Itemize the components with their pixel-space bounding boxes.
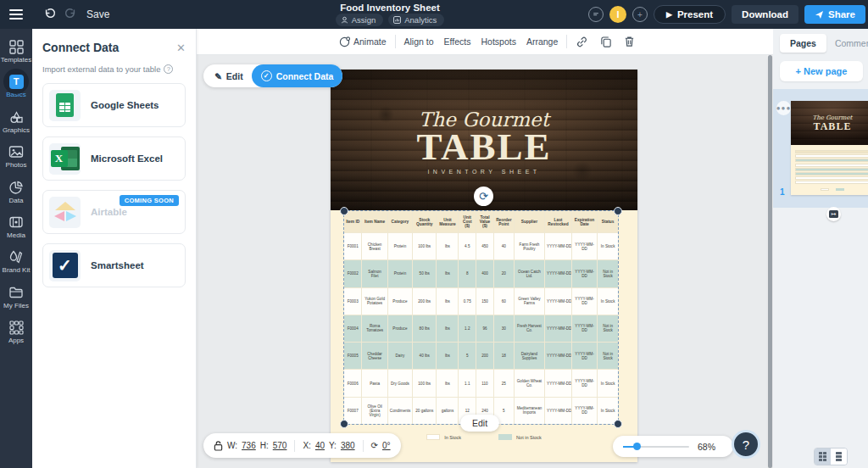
page-options-icon[interactable]: ●●● (776, 101, 791, 115)
table-row[interactable]: F0002Salmon FiletProtein50 lbslbs840020O… (344, 260, 619, 287)
canvas-scrollbar[interactable] (767, 55, 773, 468)
tab-pages[interactable]: Pages (780, 34, 826, 53)
close-icon[interactable]: ✕ (176, 42, 186, 54)
link-icon[interactable] (576, 36, 588, 48)
list-view-icon[interactable] (831, 448, 847, 465)
left-sidebar: Templates T Basics Graphics Photos Data … (0, 29, 32, 468)
pencil-icon: ✎ (214, 71, 222, 81)
person-icon (341, 16, 348, 24)
edit-mode-button[interactable]: ✎ Edit (203, 71, 252, 81)
column-header: Expiration Date (571, 211, 597, 233)
sidebar-item-brand-kit[interactable]: Brand Kit (0, 244, 32, 279)
rotation-value[interactable]: 0° (382, 441, 391, 450)
zoom-slider[interactable] (623, 446, 689, 448)
width-value[interactable]: 736 (242, 441, 256, 450)
table-row[interactable]: F0004Roma TomatoesProduce80 lbslbs1.2963… (344, 315, 619, 342)
help-button[interactable]: ? (732, 430, 760, 459)
media-icon (8, 214, 25, 231)
column-header: Status (598, 211, 619, 233)
grid-view-icon[interactable] (815, 448, 831, 465)
source-smartsheet[interactable]: ✓ Smartsheet (42, 243, 186, 287)
rotate-icon: ⟳ (371, 441, 378, 450)
table-header-row: Item IDItem NameCategoryStock QuantityUn… (344, 211, 619, 233)
thumbnail-legend (791, 188, 868, 191)
undo-icon[interactable] (44, 8, 56, 22)
arrange-button[interactable]: Arrange (526, 36, 558, 47)
not-in-stock-swatch (498, 434, 512, 440)
table-row[interactable]: F0006PastaDry Goods100 lbslbs1.111025Gol… (344, 370, 619, 397)
help-tooltip-icon[interactable]: ? (164, 64, 173, 74)
airtable-icon (49, 197, 81, 228)
share-icon (815, 10, 824, 20)
insert-page-button[interactable]: ↦ (826, 207, 841, 221)
data-icon (8, 179, 25, 196)
source-google-sheets[interactable]: Google Sheets (42, 83, 186, 127)
table-row[interactable]: F0003Yukon Gold PotatoesProduce200 lbslb… (344, 287, 619, 315)
save-button[interactable]: Save (86, 8, 109, 20)
menu-icon[interactable] (0, 0, 32, 29)
page-thumbnail[interactable]: The Gourmet TABLE (791, 101, 868, 195)
add-collaborator-icon[interactable]: + (632, 7, 648, 22)
x-value[interactable]: 40 (315, 441, 325, 450)
coming-soon-badge: COMING SOON (120, 195, 179, 206)
design-page[interactable]: The Gourmet TABLE INVENTORY SHEET Item I… (331, 70, 637, 462)
photos-icon (8, 143, 25, 160)
check-icon: ✓ (261, 70, 272, 81)
height-value[interactable]: 570 (273, 441, 287, 450)
zoom-percent: 68% (698, 442, 715, 452)
animate-icon (339, 36, 350, 47)
sidebar-item-graphics[interactable]: Graphics (0, 104, 32, 139)
page-thumbnail-section: ●●● The Gourmet TABLE 1 (773, 89, 868, 208)
redo-icon[interactable] (64, 8, 76, 22)
hotspots-button[interactable]: Hotspots (481, 36, 515, 47)
sidebar-item-my-files[interactable]: My Files (0, 280, 32, 315)
duplicate-icon[interactable] (600, 36, 612, 47)
delete-icon[interactable] (624, 36, 635, 47)
brand-kit-icon (8, 248, 25, 265)
table-row[interactable]: F0001Chicken BreastProtein100 lbslbs4.54… (344, 233, 619, 260)
pages-panel: Pages Comments + New page ●●● The Gourme… (773, 29, 868, 468)
panel-subtitle: Import external data to your table (42, 64, 160, 74)
sidebar-item-apps[interactable]: Apps (0, 315, 32, 349)
canvas-area[interactable]: The Gourmet TABLE INVENTORY SHEET Item I… (197, 55, 767, 468)
column-header: Item ID (344, 211, 362, 233)
column-header: Unit Measure (437, 211, 459, 233)
sidebar-item-basics[interactable]: T Basics (0, 69, 32, 103)
document-title[interactable]: Food Inventory Sheet (340, 3, 440, 13)
avatar[interactable]: I (609, 6, 626, 23)
share-button[interactable]: Share (804, 5, 865, 24)
rotate-handle-icon[interactable]: ⟳ (474, 187, 493, 206)
in-stock-swatch (426, 434, 440, 440)
animate-button[interactable]: Animate (339, 36, 387, 47)
connect-data-mode-button[interactable]: ✓ Connect Data (252, 64, 343, 87)
folder-icon (8, 284, 25, 301)
column-header: Supplier (514, 211, 544, 233)
sidebar-item-data[interactable]: Data (0, 175, 32, 209)
effects-button[interactable]: Effects (444, 36, 471, 47)
zoom-control: 68% (613, 436, 733, 457)
table-row[interactable]: F0005Cheddar CheeseDairy40 lbslbs520018D… (344, 343, 619, 370)
comments-icon[interactable] (588, 7, 604, 22)
sidebar-item-media[interactable]: Media (0, 209, 32, 244)
analytics-button[interactable]: Analytics (388, 14, 444, 26)
present-button[interactable]: ▶ Present (654, 5, 726, 24)
download-button[interactable]: Download (732, 5, 798, 24)
assign-button[interactable]: Assign (336, 14, 384, 26)
source-microsoft-excel[interactable]: X Microsoft Excel (42, 136, 186, 181)
sidebar-item-photos[interactable]: Photos (0, 139, 32, 174)
table-edit-button[interactable]: Edit (460, 415, 499, 432)
align-to-button[interactable]: Align to (404, 36, 434, 47)
panel-title: Connect Data (42, 41, 119, 54)
top-bar: Save Food Inventory Sheet Assign Analyti… (0, 0, 868, 29)
microsoft-excel-icon: X (49, 143, 81, 175)
tab-comments[interactable]: Comments (830, 34, 868, 53)
source-airtable: COMING SOON Airtable (42, 190, 186, 234)
inventory-table[interactable]: Item IDItem NameCategoryStock QuantityUn… (343, 210, 619, 425)
view-toggle (814, 448, 848, 465)
sidebar-item-templates[interactable]: Templates (0, 34, 32, 69)
new-page-button[interactable]: + New page (780, 61, 863, 81)
lock-icon[interactable] (214, 440, 223, 451)
y-value[interactable]: 380 (341, 441, 355, 450)
templates-icon (8, 38, 25, 55)
zoom-slider-thumb[interactable] (633, 443, 641, 450)
